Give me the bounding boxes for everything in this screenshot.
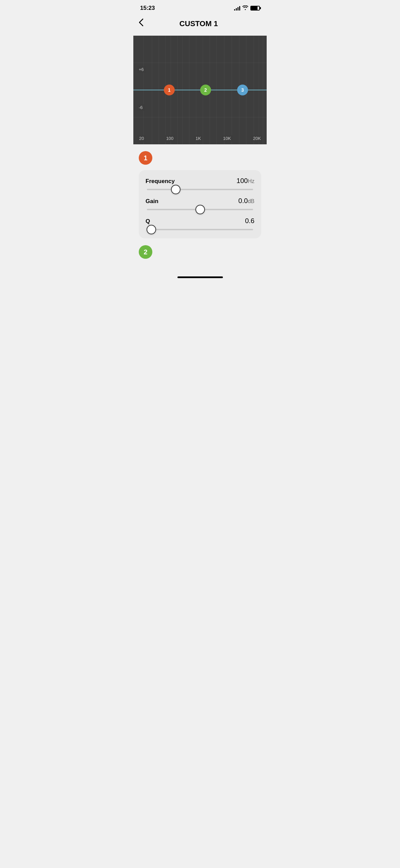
band1-indicator[interactable]: 1 [139, 151, 152, 165]
frequency-slider[interactable] [147, 189, 253, 190]
back-button[interactable] [139, 17, 146, 30]
home-indicator [177, 276, 223, 278]
eq-chart[interactable]: 1 2 3 +6 -6 20 100 1K 10K 20K [133, 36, 267, 144]
gain-row: Gain 0.0dB [146, 197, 254, 210]
frequency-row: Frequency 100Hz [146, 177, 254, 190]
gain-thumb[interactable] [195, 205, 205, 214]
q-value: 0.6 [245, 217, 254, 225]
svg-text:3: 3 [241, 87, 244, 93]
band1-card: Frequency 100Hz Gain 0.0dB [139, 170, 261, 238]
freq-label-1k: 1K [194, 135, 203, 142]
frequency-label: Frequency [146, 178, 175, 185]
freq-label-20: 20 [137, 135, 146, 142]
frequency-thumb[interactable] [171, 185, 180, 194]
band2-indicator[interactable]: 2 [139, 245, 152, 259]
page-title: CUSTOM 1 [146, 19, 251, 28]
nav-header: CUSTOM 1 [133, 14, 267, 36]
svg-text:1: 1 [168, 87, 171, 93]
svg-text:2: 2 [204, 87, 207, 93]
q-label: Q [146, 218, 150, 225]
battery-icon [250, 6, 260, 11]
db-minus6-label: -6 [137, 104, 145, 111]
wifi-icon [242, 5, 248, 11]
status-icons [234, 5, 260, 11]
status-time: 15:23 [140, 5, 155, 12]
q-slider[interactable] [147, 229, 253, 230]
freq-labels: 20 100 1K 10K 20K [133, 135, 267, 142]
gain-value: 0.0dB [239, 197, 254, 205]
frequency-value: 100Hz [236, 177, 254, 185]
q-row: Q 0.6 [146, 217, 254, 230]
freq-label-10k: 10K [222, 135, 233, 142]
status-bar: 15:23 [133, 0, 267, 14]
signal-icon [234, 6, 240, 11]
q-thumb[interactable] [147, 225, 156, 234]
main-content: 1 Frequency 100Hz Gain 0.0dB [133, 144, 267, 271]
freq-label-20k: 20K [251, 135, 263, 142]
freq-label-100: 100 [165, 135, 175, 142]
db-plus6-label: +6 [137, 66, 146, 73]
gain-label: Gain [146, 198, 158, 205]
gain-slider[interactable] [147, 209, 253, 210]
